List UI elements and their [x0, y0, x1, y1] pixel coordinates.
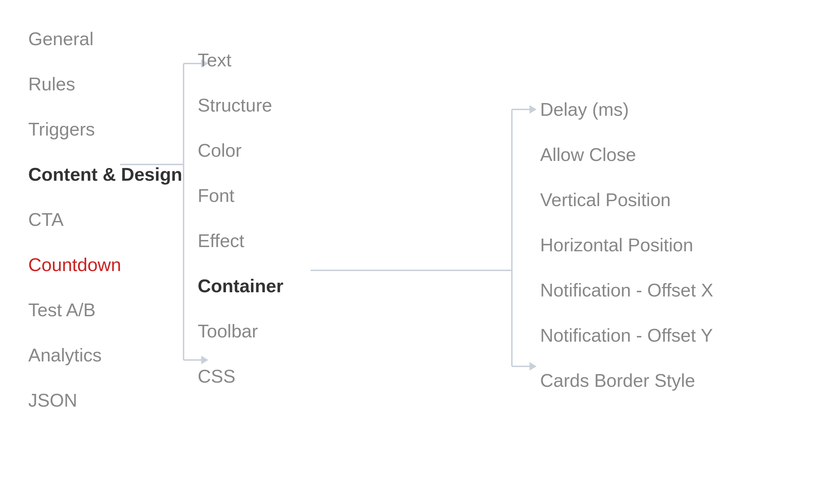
- tree-item-toolbar[interactable]: Toolbar: [198, 320, 283, 342]
- svg-marker-11: [530, 362, 537, 371]
- nav-item-rules[interactable]: Rules: [28, 73, 182, 95]
- column-1: General Rules Triggers Content & Design …: [28, 28, 182, 411]
- sub-item-horizontal-position[interactable]: Horizontal Position: [540, 234, 713, 256]
- tree-item-effect[interactable]: Effect: [198, 230, 283, 251]
- tree-item-color[interactable]: Color: [198, 140, 283, 161]
- diagram-container: General Rules Triggers Content & Design …: [0, 0, 819, 504]
- tree-item-css[interactable]: CSS: [198, 366, 283, 387]
- nav-item-countdown[interactable]: Countdown: [28, 254, 182, 275]
- column-3: Delay (ms) Allow Close Vertical Position…: [540, 99, 713, 391]
- sub-item-cards-border-style[interactable]: Cards Border Style: [540, 370, 713, 391]
- nav-item-json[interactable]: JSON: [28, 390, 182, 411]
- sub-item-vertical-position[interactable]: Vertical Position: [540, 189, 713, 210]
- tree-item-font[interactable]: Font: [198, 185, 283, 206]
- sub-item-notification-offset-x[interactable]: Notification - Offset X: [540, 280, 713, 301]
- sub-item-allow-close[interactable]: Allow Close: [540, 144, 713, 165]
- tree-item-text[interactable]: Text: [198, 49, 283, 71]
- nav-item-content-design[interactable]: Content & Design: [28, 164, 182, 185]
- tree-item-structure[interactable]: Structure: [198, 95, 283, 116]
- tree-item-container[interactable]: Container: [198, 275, 283, 296]
- nav-item-triggers[interactable]: Triggers: [28, 119, 182, 140]
- sub-item-notification-offset-y[interactable]: Notification - Offset Y: [540, 325, 713, 346]
- nav-item-test-ab[interactable]: Test A/B: [28, 299, 182, 320]
- svg-marker-10: [530, 105, 537, 114]
- nav-item-cta[interactable]: CTA: [28, 209, 182, 230]
- nav-item-general[interactable]: General: [28, 28, 182, 49]
- nav-item-analytics[interactable]: Analytics: [28, 344, 182, 366]
- column-2: Text Structure Color Font Effect Contain…: [198, 49, 283, 387]
- sub-item-delay[interactable]: Delay (ms): [540, 99, 713, 120]
